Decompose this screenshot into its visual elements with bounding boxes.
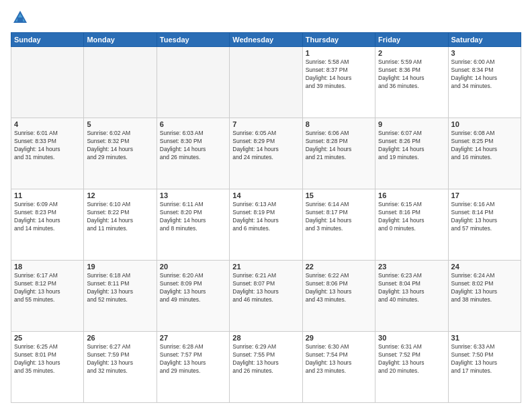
day-number: 15 <box>306 191 372 199</box>
day-number: 21 <box>232 263 299 271</box>
calendar-cell: 6Sunrise: 6:03 AM Sunset: 8:30 PM Daylig… <box>157 118 229 189</box>
calendar-day-header: Friday <box>375 33 448 47</box>
day-info: Sunrise: 5:58 AM Sunset: 8:37 PM Dayligh… <box>306 58 372 91</box>
calendar-cell: 4Sunrise: 6:01 AM Sunset: 8:33 PM Daylig… <box>11 118 84 189</box>
day-info: Sunrise: 6:10 AM Sunset: 8:22 PM Dayligh… <box>87 201 153 233</box>
calendar-day-header: Wednesday <box>230 33 302 47</box>
day-info: Sunrise: 6:28 AM Sunset: 7:57 PM Dayligh… <box>160 343 226 375</box>
calendar-cell <box>157 47 229 118</box>
day-number: 19 <box>87 263 153 271</box>
day-info: Sunrise: 6:27 AM Sunset: 7:59 PM Dayligh… <box>87 343 153 375</box>
logo-icon <box>11 8 30 27</box>
day-info: Sunrise: 6:21 AM Sunset: 8:07 PM Dayligh… <box>232 272 299 304</box>
day-number: 23 <box>378 263 445 271</box>
day-number: 13 <box>160 191 226 199</box>
calendar-day-header: Tuesday <box>157 33 229 47</box>
calendar-cell: 12Sunrise: 6:10 AM Sunset: 8:22 PM Dayli… <box>84 189 157 261</box>
day-info: Sunrise: 6:06 AM Sunset: 8:28 PM Dayligh… <box>306 130 372 162</box>
day-number: 14 <box>232 191 299 199</box>
calendar-week-row: 1Sunrise: 5:58 AM Sunset: 8:37 PM Daylig… <box>11 47 521 118</box>
calendar-cell <box>230 47 302 118</box>
calendar-header-row: SundayMondayTuesdayWednesdayThursdayFrid… <box>11 33 521 47</box>
day-info: Sunrise: 6:29 AM Sunset: 7:55 PM Dayligh… <box>232 343 299 375</box>
calendar-cell: 23Sunrise: 6:23 AM Sunset: 8:04 PM Dayli… <box>375 261 448 332</box>
calendar-cell <box>11 47 84 118</box>
page: SundayMondayTuesdayWednesdayThursdayFrid… <box>0 0 532 411</box>
calendar-day-header: Saturday <box>448 33 521 47</box>
calendar-cell: 24Sunrise: 6:24 AM Sunset: 8:02 PM Dayli… <box>448 261 521 332</box>
day-number: 11 <box>14 191 81 199</box>
day-info: Sunrise: 5:59 AM Sunset: 8:36 PM Dayligh… <box>378 58 445 91</box>
calendar-cell: 8Sunrise: 6:06 AM Sunset: 8:28 PM Daylig… <box>302 118 375 189</box>
calendar-day-header: Sunday <box>11 33 84 47</box>
day-number: 20 <box>160 263 226 271</box>
calendar-table: SundayMondayTuesdayWednesdayThursdayFrid… <box>11 32 521 403</box>
day-info: Sunrise: 6:16 AM Sunset: 8:14 PM Dayligh… <box>451 201 518 233</box>
day-info: Sunrise: 6:13 AM Sunset: 8:19 PM Dayligh… <box>232 201 299 233</box>
calendar-cell: 14Sunrise: 6:13 AM Sunset: 8:19 PM Dayli… <box>230 189 302 261</box>
day-info: Sunrise: 6:02 AM Sunset: 8:32 PM Dayligh… <box>87 130 153 162</box>
calendar-cell: 30Sunrise: 6:31 AM Sunset: 7:52 PM Dayli… <box>375 332 448 403</box>
day-number: 30 <box>378 334 445 342</box>
day-info: Sunrise: 6:17 AM Sunset: 8:12 PM Dayligh… <box>14 272 81 304</box>
day-info: Sunrise: 6:09 AM Sunset: 8:23 PM Dayligh… <box>14 201 81 233</box>
calendar-day-header: Thursday <box>302 33 375 47</box>
day-number: 17 <box>451 191 518 199</box>
day-number: 3 <box>451 49 518 57</box>
calendar-cell: 9Sunrise: 6:07 AM Sunset: 8:26 PM Daylig… <box>375 118 448 189</box>
calendar-cell <box>84 47 157 118</box>
day-info: Sunrise: 6:24 AM Sunset: 8:02 PM Dayligh… <box>451 272 518 304</box>
calendar-cell: 26Sunrise: 6:27 AM Sunset: 7:59 PM Dayli… <box>84 332 157 403</box>
calendar-cell: 18Sunrise: 6:17 AM Sunset: 8:12 PM Dayli… <box>11 261 84 332</box>
calendar-cell: 17Sunrise: 6:16 AM Sunset: 8:14 PM Dayli… <box>448 189 521 261</box>
calendar-cell: 31Sunrise: 6:33 AM Sunset: 7:50 PM Dayli… <box>448 332 521 403</box>
logo <box>11 8 32 27</box>
day-number: 1 <box>306 49 372 57</box>
day-info: Sunrise: 6:33 AM Sunset: 7:50 PM Dayligh… <box>451 343 518 375</box>
day-number: 25 <box>14 334 81 342</box>
calendar-cell: 21Sunrise: 6:21 AM Sunset: 8:07 PM Dayli… <box>230 261 302 332</box>
day-info: Sunrise: 6:22 AM Sunset: 8:06 PM Dayligh… <box>306 272 372 304</box>
day-info: Sunrise: 6:25 AM Sunset: 8:01 PM Dayligh… <box>14 343 81 375</box>
calendar-cell: 11Sunrise: 6:09 AM Sunset: 8:23 PM Dayli… <box>11 189 84 261</box>
day-info: Sunrise: 6:18 AM Sunset: 8:11 PM Dayligh… <box>87 272 153 304</box>
day-info: Sunrise: 6:05 AM Sunset: 8:29 PM Dayligh… <box>232 130 299 162</box>
calendar-cell: 16Sunrise: 6:15 AM Sunset: 8:16 PM Dayli… <box>375 189 448 261</box>
calendar-cell: 2Sunrise: 5:59 AM Sunset: 8:36 PM Daylig… <box>375 47 448 118</box>
calendar-cell: 22Sunrise: 6:22 AM Sunset: 8:06 PM Dayli… <box>302 261 375 332</box>
calendar-cell: 19Sunrise: 6:18 AM Sunset: 8:11 PM Dayli… <box>84 261 157 332</box>
day-number: 5 <box>87 120 153 128</box>
day-number: 6 <box>160 120 226 128</box>
calendar-cell: 7Sunrise: 6:05 AM Sunset: 8:29 PM Daylig… <box>230 118 302 189</box>
day-info: Sunrise: 6:11 AM Sunset: 8:20 PM Dayligh… <box>160 201 226 233</box>
svg-rect-2 <box>17 17 23 21</box>
calendar-cell: 13Sunrise: 6:11 AM Sunset: 8:20 PM Dayli… <box>157 189 229 261</box>
day-info: Sunrise: 6:03 AM Sunset: 8:30 PM Dayligh… <box>160 130 226 162</box>
day-number: 10 <box>451 120 518 128</box>
calendar-week-row: 11Sunrise: 6:09 AM Sunset: 8:23 PM Dayli… <box>11 189 521 261</box>
day-info: Sunrise: 6:08 AM Sunset: 8:25 PM Dayligh… <box>451 130 518 162</box>
calendar-day-header: Monday <box>84 33 157 47</box>
calendar-cell: 1Sunrise: 5:58 AM Sunset: 8:37 PM Daylig… <box>302 47 375 118</box>
calendar-cell: 20Sunrise: 6:20 AM Sunset: 8:09 PM Dayli… <box>157 261 229 332</box>
day-info: Sunrise: 6:01 AM Sunset: 8:33 PM Dayligh… <box>14 130 81 162</box>
day-number: 22 <box>306 263 372 271</box>
day-info: Sunrise: 6:14 AM Sunset: 8:17 PM Dayligh… <box>306 201 372 233</box>
day-number: 4 <box>14 120 81 128</box>
day-number: 7 <box>232 120 299 128</box>
day-number: 31 <box>451 334 518 342</box>
day-number: 28 <box>232 334 299 342</box>
day-number: 2 <box>378 49 445 57</box>
day-number: 27 <box>160 334 226 342</box>
day-number: 16 <box>378 191 445 199</box>
calendar-week-row: 25Sunrise: 6:25 AM Sunset: 8:01 PM Dayli… <box>11 332 521 403</box>
day-number: 18 <box>14 263 81 271</box>
calendar-cell: 5Sunrise: 6:02 AM Sunset: 8:32 PM Daylig… <box>84 118 157 189</box>
day-info: Sunrise: 6:30 AM Sunset: 7:54 PM Dayligh… <box>306 343 372 375</box>
calendar-week-row: 18Sunrise: 6:17 AM Sunset: 8:12 PM Dayli… <box>11 261 521 332</box>
day-info: Sunrise: 6:00 AM Sunset: 8:34 PM Dayligh… <box>451 58 518 91</box>
day-info: Sunrise: 6:07 AM Sunset: 8:26 PM Dayligh… <box>378 130 445 162</box>
day-number: 9 <box>378 120 445 128</box>
calendar-cell: 10Sunrise: 6:08 AM Sunset: 8:25 PM Dayli… <box>448 118 521 189</box>
calendar-cell: 3Sunrise: 6:00 AM Sunset: 8:34 PM Daylig… <box>448 47 521 118</box>
